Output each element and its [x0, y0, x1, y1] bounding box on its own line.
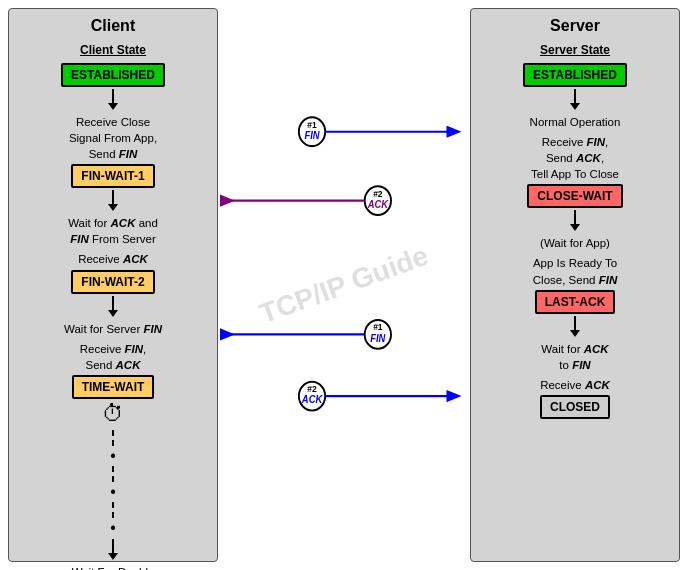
svg-text:#1: #1	[307, 119, 316, 129]
client-desc2: Wait for ACK andFIN From Server	[17, 213, 209, 249]
client-desc6-text: Wait For DoubleMaximum SegmentLife (MSL)…	[63, 564, 162, 570]
server-state-label: Server State	[540, 43, 610, 57]
server-arrow1	[570, 89, 580, 110]
server-desc3: (Wait for App)	[479, 233, 671, 253]
client-desc1: Receive CloseSignal From App,Send FIN	[17, 112, 209, 164]
svg-text:FIN: FIN	[304, 130, 320, 141]
client-finwait1-box: FIN-WAIT-1	[71, 164, 154, 188]
client-finwait1-row: FIN-WAIT-1	[17, 164, 209, 188]
dashed-rows: • • •	[17, 429, 209, 537]
timer-icon: ⏱	[102, 401, 124, 427]
server-desc6: Receive ACK	[479, 375, 671, 395]
client-established-box: ESTABLISHED	[61, 63, 165, 87]
server-desc4-text: App Is Ready ToClose, Send FIN	[533, 255, 617, 287]
server-closewait-row: CLOSE-WAIT	[479, 184, 671, 208]
client-desc4: Wait for Server FIN	[17, 319, 209, 339]
client-state-label: Client State	[80, 43, 146, 57]
server-desc3-text: (Wait for App)	[540, 235, 610, 251]
middle-col: #1 FIN #2 ACK #1 FIN #2 ACK	[218, 0, 470, 570]
client-desc4-text: Wait for Server FIN	[64, 321, 162, 337]
client-desc2-text: Wait for ACK andFIN From Server	[68, 215, 158, 247]
server-closewait-box: CLOSE-WAIT	[527, 184, 622, 208]
server-desc1: Normal Operation	[479, 112, 671, 132]
server-arrow3	[570, 316, 580, 337]
client-timewait-box: TIME-WAIT	[72, 375, 155, 399]
server-title: Server	[550, 17, 600, 35]
server-desc1-text: Normal Operation	[530, 114, 621, 130]
client-timewait-row: TIME-WAIT	[17, 375, 209, 399]
server-desc4: App Is Ready ToClose, Send FIN	[479, 253, 671, 289]
client-state-label-row: Client State	[17, 43, 209, 63]
svg-text:ACK: ACK	[301, 394, 323, 405]
client-finwait2-box: FIN-WAIT-2	[71, 270, 154, 294]
server-lastack-box: LAST-ACK	[535, 290, 616, 314]
client-finwait2-row: FIN-WAIT-2	[17, 270, 209, 294]
client-panel: Client Client State ESTABLISHED Receive …	[8, 8, 218, 562]
arrow4	[108, 539, 118, 560]
client-desc5: Receive FIN,Send ACK	[17, 339, 209, 375]
server-desc2-text: Receive FIN,Send ACK,Tell App To Close	[531, 134, 619, 182]
server-desc2: Receive FIN,Send ACK,Tell App To Close	[479, 132, 671, 184]
server-desc5-text: Wait for ACKto FIN	[541, 341, 608, 373]
svg-text:FIN: FIN	[370, 332, 386, 343]
client-desc3-text: Receive ACK	[78, 251, 148, 267]
arrow1	[108, 89, 118, 110]
svg-point-4	[365, 186, 391, 215]
server-established-box: ESTABLISHED	[523, 63, 627, 87]
server-desc6-text: Receive ACK	[540, 377, 610, 393]
server-arrow2	[570, 210, 580, 231]
client-desc6: Wait For DoubleMaximum SegmentLife (MSL)…	[17, 562, 209, 570]
arrows-svg: #1 FIN #2 ACK #1 FIN #2 ACK	[218, 0, 470, 570]
server-lastack-row: LAST-ACK	[479, 290, 671, 314]
server-closed-row: CLOSED	[479, 395, 671, 419]
server-established-row: ESTABLISHED	[479, 63, 671, 87]
server-state-label-row: Server State	[479, 43, 671, 63]
arrow2	[108, 190, 118, 211]
svg-point-12	[299, 382, 325, 411]
main-layout: Client Client State ESTABLISHED Receive …	[0, 0, 688, 570]
server-panel: Server Server State ESTABLISHED Normal O…	[470, 8, 680, 562]
svg-point-8	[365, 320, 391, 349]
watermark: TCP/IP Guide	[255, 240, 432, 331]
client-desc1-text: Receive CloseSignal From App,Send FIN	[69, 114, 157, 162]
server-closed-box: CLOSED	[540, 395, 610, 419]
svg-text:#1: #1	[373, 322, 382, 332]
client-desc5-text: Receive FIN,Send ACK	[80, 341, 146, 373]
svg-point-0	[299, 117, 325, 146]
svg-text:ACK: ACK	[367, 198, 389, 209]
client-desc3: Receive ACK	[17, 249, 209, 269]
client-title: Client	[91, 17, 135, 35]
timer-icon-row: ⏱	[17, 399, 209, 429]
svg-text:#2: #2	[373, 188, 382, 198]
client-established-row: ESTABLISHED	[17, 63, 209, 87]
arrow3	[108, 296, 118, 317]
svg-text:#2: #2	[307, 384, 316, 394]
server-desc5: Wait for ACKto FIN	[479, 339, 671, 375]
